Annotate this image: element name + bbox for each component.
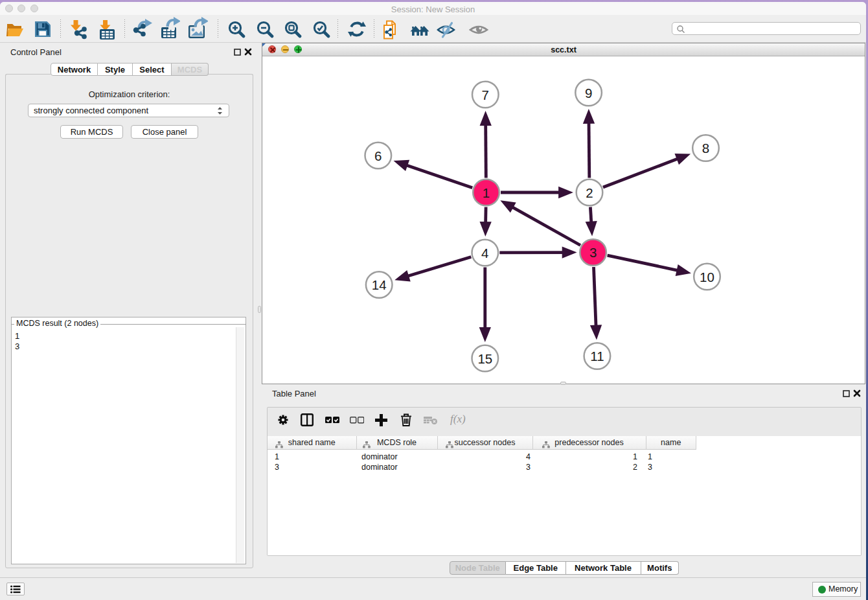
svg-text:2: 2 (586, 185, 593, 200)
svg-text:8: 8 (702, 141, 709, 156)
svg-text:14: 14 (372, 277, 387, 292)
svg-text:7: 7 (482, 87, 489, 102)
svg-text:9: 9 (585, 86, 592, 100)
svg-text:1: 1 (483, 185, 490, 200)
svg-text:10: 10 (700, 270, 714, 284)
svg-text:6: 6 (374, 148, 382, 163)
svg-text:15: 15 (477, 351, 492, 366)
svg-text:4: 4 (481, 246, 488, 260)
svg-text:11: 11 (590, 349, 604, 363)
svg-text:3: 3 (589, 245, 597, 260)
